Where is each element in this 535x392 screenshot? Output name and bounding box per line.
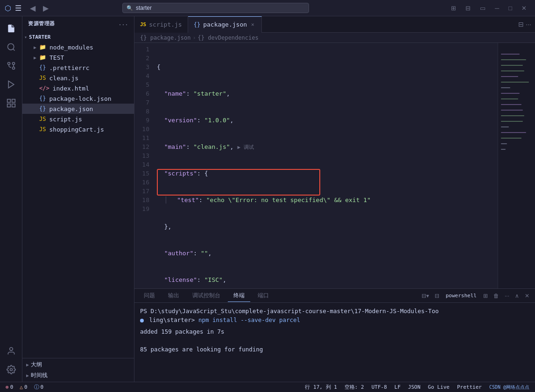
activity-bar	[0, 16, 22, 382]
section-arrow-icon: ▾	[24, 35, 27, 40]
sidebar-item-cleanjs[interactable]: ▶ JS clean.js	[22, 73, 134, 83]
outline-arrow-icon: ▶	[26, 362, 29, 367]
code-line-6: │ "test": "echo \"Error: no test specifi…	[157, 196, 535, 204]
status-spaces[interactable]: 空格: 2	[343, 384, 366, 391]
terminal-more-button[interactable]: ···	[503, 292, 511, 300]
tab-problems[interactable]: 问题	[138, 290, 161, 302]
item-label: script.js	[49, 116, 82, 123]
activity-git[interactable]	[3, 57, 20, 74]
terminal-line-3: added 159 packages in 7s	[140, 327, 529, 336]
activity-extensions[interactable]	[3, 95, 20, 112]
html-file-icon: </>	[39, 85, 49, 91]
item-label: shoppingCart.js	[49, 126, 104, 133]
sidebar-header: 资源管理器 ...	[22, 16, 134, 31]
terminal-add-button[interactable]: ⊞	[481, 292, 490, 300]
timeline-label: 时间线	[31, 371, 48, 379]
activity-debug[interactable]	[3, 76, 20, 93]
tab-terminal[interactable]: 终端	[228, 290, 250, 302]
item-label: package-lock.json	[49, 95, 111, 102]
outline-section[interactable]: ▶ 大纲	[22, 359, 134, 370]
status-encoding[interactable]: UTF-8	[370, 384, 389, 390]
tab-label: script.js	[149, 21, 182, 28]
item-label: TEST	[49, 54, 64, 61]
folder-icon: 📁	[39, 54, 46, 61]
sidebar-bottom: ▶ 大纲 ▶ 时间线	[22, 358, 134, 382]
js-file-icon: JS	[39, 75, 46, 81]
svg-marker-6	[8, 81, 14, 88]
sidebar-item-indexhtml[interactable]: ▶ </> index.html	[22, 83, 134, 93]
code-line-4: "main": "clean.js",▶ 调试	[157, 142, 535, 151]
activity-account[interactable]	[3, 343, 20, 359]
terminal-line-4: 85 packages are looking for funding	[140, 345, 529, 354]
minimize-button[interactable]: ─	[491, 4, 503, 13]
sidebar-item-package-lock[interactable]: ▶ {} package-lock.json	[22, 93, 134, 104]
close-button[interactable]: ✕	[518, 4, 530, 13]
sidebar-item-package-json[interactable]: ▶ {} package.json	[22, 104, 134, 114]
status-golive[interactable]: Go Live	[426, 384, 451, 390]
json-file-icon: {}	[39, 105, 46, 112]
terminal-split-button[interactable]: ⊟	[433, 292, 441, 300]
sidebar-item-shoppingcartjs[interactable]: ▶ JS shoppingCart.js	[22, 124, 134, 134]
layout-button[interactable]: ⊞	[447, 4, 460, 13]
terminal-prompt: PS D:\study\JavaScript_Stu\complete-java…	[140, 308, 439, 315]
sidebar-item-test[interactable]: ▶ 📁 TEST	[22, 52, 134, 63]
status-position[interactable]: 行 17, 列 1	[303, 384, 338, 391]
status-prettier[interactable]: Prettier	[455, 384, 484, 390]
svg-rect-9	[7, 104, 10, 107]
terminal-content[interactable]: PS D:\study\JavaScript_Stu\complete-java…	[134, 303, 535, 382]
tab-ports[interactable]: 端口	[252, 290, 275, 302]
code-line-2: "name": "starter",	[157, 89, 535, 98]
activity-explorer[interactable]	[3, 20, 20, 37]
sidebar-section-starter[interactable]: ▾ STARTER	[22, 32, 134, 42]
tab-close-button[interactable]: ✕	[250, 21, 256, 28]
forward-button[interactable]: ▶	[40, 3, 51, 14]
status-line-ending[interactable]: LF	[393, 384, 402, 390]
split-button[interactable]: ▭	[476, 4, 489, 13]
hamburger-menu[interactable]: ☰	[15, 4, 21, 13]
breadcrumb-file[interactable]: {} package.json	[140, 35, 190, 41]
terminal-tabs: 问题 输出 调试控制台 终端 端口 ⊟▾ ⊟ powershell ⊞ 🗑 ··…	[134, 289, 535, 303]
split-editor-button[interactable]: ⊟	[518, 21, 524, 28]
code-content: { "name": "starter", "version": "1.0.0",…	[153, 43, 535, 288]
search-bar[interactable]: 🔍	[122, 3, 309, 13]
sidebar-more-button[interactable]: ...	[119, 21, 128, 27]
svg-point-11	[9, 348, 13, 351]
activity-settings[interactable]	[3, 361, 20, 378]
code-editor[interactable]: 1 2 3 4 5 6 7 8 9 10 11 12 13 14 15 16 1…	[134, 43, 535, 288]
tab-packagejson[interactable]: {} package.json ✕	[188, 16, 262, 33]
status-language[interactable]: JSON	[406, 384, 422, 390]
item-label: package.json	[49, 105, 93, 112]
tab-output[interactable]: 输出	[162, 290, 185, 302]
status-info[interactable]: ⓘ 0	[32, 384, 46, 391]
breadcrumb-section[interactable]: {} devDependencies	[198, 35, 259, 41]
warning-icon: △	[20, 384, 23, 390]
terminal-trash-button[interactable]: 🗑	[492, 292, 501, 300]
breadcrumb-sep: ›	[192, 35, 196, 41]
grid-button[interactable]: ⊟	[462, 4, 474, 13]
terminal-layout-button[interactable]: ⊟▾	[420, 292, 431, 300]
breadcrumb: {} package.json › {} devDependencies	[134, 33, 535, 43]
sidebar-item-scriptjs[interactable]: ▶ JS script.js	[22, 114, 134, 124]
code-line-1: {	[157, 63, 535, 71]
status-errors[interactable]: ⊗ 0	[4, 384, 15, 390]
titlebar: ⬡ ☰ ◀ ▶ 🔍 ⊞ ⊟ ▭ ─ □ ✕	[0, 0, 535, 16]
terminal-maximize-button[interactable]: ∧	[513, 292, 521, 300]
more-actions-button[interactable]: ···	[526, 21, 531, 28]
sidebar-item-prettierrc[interactable]: ▶ {} .prettierrc	[22, 63, 134, 73]
terminal-close-button[interactable]: ✕	[523, 292, 531, 300]
timeline-section[interactable]: ▶ 时间线	[22, 370, 134, 381]
status-bar: ⊗ 0 △ 0 ⓘ 0 行 17, 列 1 空格: 2 UTF-8 LF JSO…	[0, 382, 535, 392]
tabs-actions: ⊟ ···	[514, 21, 535, 28]
back-button[interactable]: ◀	[27, 3, 38, 14]
svg-point-4	[12, 63, 14, 65]
status-warnings[interactable]: △ 0	[18, 384, 29, 390]
item-label: .prettierrc	[49, 64, 89, 71]
tab-label: package.json	[203, 21, 247, 28]
search-input[interactable]	[136, 5, 305, 11]
tab-debug-console[interactable]: 调试控制台	[187, 290, 226, 302]
sidebar-item-node-modules[interactable]: ▶ 📁 node_modules	[22, 42, 134, 52]
tab-scriptjs[interactable]: JS script.js	[134, 16, 188, 33]
activity-search[interactable]	[3, 39, 20, 56]
json-file-icon: {}	[39, 64, 46, 71]
maximize-button[interactable]: □	[505, 4, 516, 13]
